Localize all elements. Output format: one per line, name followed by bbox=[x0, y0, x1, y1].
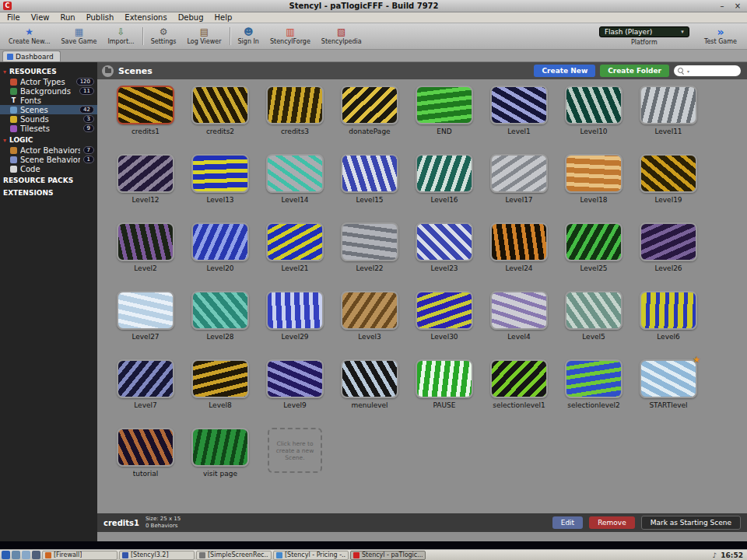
scene-thumbnail[interactable] bbox=[490, 222, 548, 261]
sidebar-item-fonts[interactable]: TFonts bbox=[0, 96, 97, 105]
scene-thumbnail[interactable] bbox=[191, 154, 249, 193]
menu-extensions[interactable]: Extensions bbox=[119, 12, 172, 23]
scene-thumbnail[interactable] bbox=[117, 291, 174, 330]
scene-item[interactable]: Level5 bbox=[556, 291, 631, 359]
scene-item[interactable]: Level6 bbox=[631, 291, 706, 359]
taskbar-window-button[interactable]: [Firewall] bbox=[42, 551, 117, 560]
scene-thumbnail[interactable] bbox=[191, 291, 249, 330]
scene-item[interactable]: selectionlevel1 bbox=[482, 359, 556, 428]
scene-item[interactable]: Level25 bbox=[556, 222, 631, 291]
scene-thumbnail[interactable] bbox=[341, 154, 398, 193]
scene-thumbnail[interactable] bbox=[191, 86, 249, 124]
scene-item[interactable]: Level16 bbox=[407, 154, 482, 222]
create-new-button[interactable]: ★Create New... bbox=[3, 23, 55, 49]
edit-button[interactable]: Edit bbox=[552, 516, 583, 529]
platform-select[interactable]: Flash (Player) ▾ bbox=[599, 26, 689, 37]
scene-item[interactable]: Level2 bbox=[108, 222, 183, 291]
tab-dashboard[interactable]: Dashboard bbox=[2, 51, 61, 61]
scene-item[interactable]: Level3 bbox=[332, 291, 407, 359]
scene-item[interactable]: Level12 bbox=[108, 154, 183, 222]
scene-thumbnail[interactable] bbox=[117, 359, 174, 398]
scene-thumbnail[interactable] bbox=[266, 222, 324, 261]
scene-thumbnail[interactable] bbox=[266, 86, 324, 124]
scene-thumbnail[interactable] bbox=[565, 222, 622, 261]
minimize-button[interactable]: – bbox=[716, 2, 728, 10]
scene-item[interactable]: Level4 bbox=[482, 291, 556, 359]
scene-item[interactable]: selectionlevel2 bbox=[556, 359, 631, 428]
scene-thumbnail[interactable] bbox=[565, 291, 622, 330]
workspace-switcher-icon[interactable] bbox=[32, 551, 40, 559]
sidebar-item-actor-behaviors[interactable]: Actor Behaviors7 bbox=[0, 145, 97, 155]
scene-item[interactable]: END bbox=[407, 86, 482, 154]
test-game-button[interactable]: » Test Game bbox=[699, 26, 742, 47]
app-menu-icon[interactable] bbox=[2, 551, 10, 559]
scene-thumbnail[interactable] bbox=[490, 291, 548, 330]
sidebar-section-extensions[interactable]: EXTENSIONS bbox=[0, 186, 97, 198]
taskbar-window-button[interactable]: [Stencyl - Pricing -... bbox=[273, 551, 349, 560]
taskbar-window-button[interactable]: [Stencyl3.2] bbox=[119, 551, 195, 560]
sidebar-item-backgrounds[interactable]: Backgrounds11 bbox=[0, 86, 97, 96]
log-viewer-button[interactable]: ▤Log Viewer bbox=[181, 23, 226, 49]
scene-thumbnail[interactable] bbox=[191, 359, 249, 398]
sidebar-section-resources[interactable]: ▾RESOURCES bbox=[0, 65, 97, 77]
scene-search[interactable]: ▾ bbox=[674, 65, 741, 76]
scene-item[interactable]: Level8 bbox=[183, 359, 258, 428]
create-folder-button[interactable]: Create Folder bbox=[600, 65, 669, 77]
scene-thumbnail[interactable] bbox=[640, 86, 697, 124]
scene-item[interactable]: credits3 bbox=[258, 86, 332, 154]
menu-view[interactable]: View bbox=[26, 12, 55, 23]
scene-thumbnail[interactable] bbox=[490, 359, 548, 398]
remove-button[interactable]: Remove bbox=[589, 516, 635, 529]
scene-item[interactable]: credits1 bbox=[108, 86, 183, 154]
scene-thumbnail[interactable] bbox=[640, 154, 697, 193]
create-scene-placeholder[interactable]: Click here to create a new Scene. bbox=[268, 428, 322, 473]
menu-publish[interactable]: Publish bbox=[81, 12, 120, 23]
scene-item[interactable]: credits2 bbox=[183, 86, 258, 154]
scene-thumbnail[interactable] bbox=[416, 291, 473, 330]
search-input[interactable] bbox=[692, 67, 737, 75]
sidebar-item-scene-behaviors[interactable]: Scene Behaviors1 bbox=[0, 155, 97, 164]
show-desktop-icon[interactable] bbox=[12, 551, 20, 559]
scene-thumbnail[interactable] bbox=[117, 428, 174, 467]
scene-item[interactable]: donatePage bbox=[332, 86, 407, 154]
scene-item[interactable]: Level22 bbox=[332, 222, 407, 291]
sidebar-item-scenes[interactable]: Scenes42 bbox=[0, 105, 97, 114]
stencylpedia-button[interactable]: ▧Stencylpedia bbox=[316, 23, 367, 49]
scene-thumbnail[interactable] bbox=[565, 359, 622, 398]
sidebar-item-tilesets[interactable]: Tilesets9 bbox=[0, 124, 97, 133]
scene-thumbnail[interactable] bbox=[490, 86, 548, 124]
scene-item[interactable]: Level18 bbox=[556, 154, 631, 222]
scene-item[interactable]: Level27 bbox=[108, 291, 183, 359]
scene-item[interactable]: visit page bbox=[183, 428, 258, 496]
scene-item[interactable]: ★STARTlevel bbox=[631, 359, 706, 428]
scene-thumbnail[interactable] bbox=[191, 222, 249, 261]
sidebar-section-logic[interactable]: ▾LOGIC bbox=[0, 133, 97, 145]
scene-thumbnail[interactable] bbox=[117, 154, 174, 193]
scene-thumbnail[interactable] bbox=[191, 428, 249, 467]
scene-item[interactable]: Level7 bbox=[108, 359, 183, 428]
scene-item[interactable]: Level24 bbox=[482, 222, 556, 291]
mark-starting-scene-button[interactable]: Mark as Starting Scene bbox=[641, 516, 741, 530]
save-game-button[interactable]: ▦Save Game bbox=[55, 23, 102, 49]
scene-thumbnail[interactable] bbox=[266, 154, 324, 193]
sidebar-section-resource-packs[interactable]: RESOURCE PACKS bbox=[0, 173, 97, 186]
scene-thumbnail[interactable] bbox=[341, 359, 398, 398]
settings-button[interactable]: ⚙Settings bbox=[146, 23, 182, 49]
menu-debug[interactable]: Debug bbox=[173, 12, 209, 23]
sidebar-item-actor-types[interactable]: Actor Types120 bbox=[0, 77, 97, 86]
scene-item[interactable]: Level26 bbox=[631, 222, 706, 291]
scene-item[interactable]: Level28 bbox=[183, 291, 258, 359]
scene-thumbnail[interactable] bbox=[490, 154, 548, 193]
file-manager-icon[interactable] bbox=[22, 551, 30, 559]
create-scene-cell[interactable]: Click here to create a new Scene. bbox=[258, 428, 332, 496]
scene-item[interactable]: Level23 bbox=[407, 222, 482, 291]
scene-thumbnail[interactable] bbox=[416, 86, 473, 124]
scene-item[interactable]: Level10 bbox=[556, 86, 631, 154]
menu-help[interactable]: Help bbox=[209, 12, 238, 23]
scene-item[interactable]: tutorial bbox=[108, 428, 183, 496]
sidebar-item-code[interactable]: Code bbox=[0, 164, 97, 173]
scene-thumbnail[interactable] bbox=[565, 86, 622, 124]
scene-thumbnail[interactable] bbox=[266, 359, 324, 398]
scene-thumbnail[interactable] bbox=[117, 86, 174, 124]
scene-item[interactable]: Level21 bbox=[258, 222, 332, 291]
